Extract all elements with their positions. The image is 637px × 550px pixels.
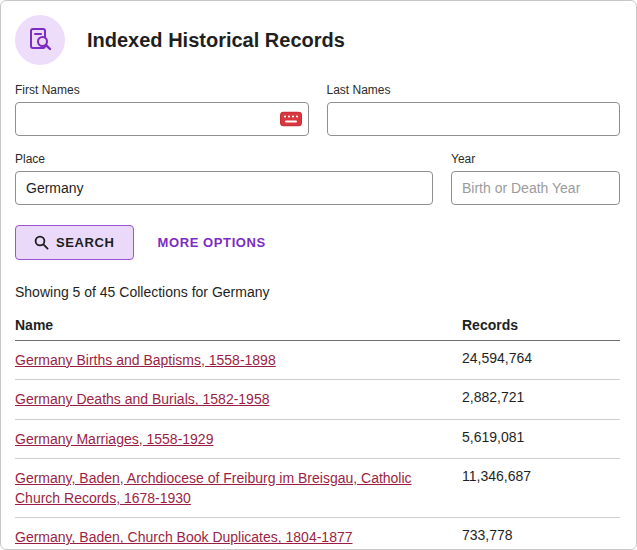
collections-table: Name Records Germany Births and Baptisms… <box>15 310 620 550</box>
records-count: 2,882,721 <box>462 380 620 419</box>
first-names-input[interactable] <box>15 102 309 136</box>
last-names-label: Last Names <box>327 83 621 97</box>
search-icon <box>34 235 49 250</box>
results-summary: Showing 5 of 45 Collections for Germany <box>15 284 620 300</box>
virtual-keyboard-button[interactable] <box>280 112 302 127</box>
year-input[interactable] <box>451 171 620 205</box>
year-label: Year <box>451 152 620 166</box>
first-names-label: First Names <box>15 83 309 97</box>
collection-link[interactable]: Germany, Baden, Archdiocese of Freiburg … <box>15 470 412 506</box>
form-actions: SEARCH MORE OPTIONS <box>15 225 620 260</box>
year-field: Year <box>451 152 620 205</box>
collection-link[interactable]: Germany Deaths and Burials, 1582-1958 <box>15 391 269 407</box>
more-options-link[interactable]: MORE OPTIONS <box>158 235 266 250</box>
panel-header: Indexed Historical Records <box>15 15 620 65</box>
table-row: Germany Deaths and Burials, 1582-1958 2,… <box>15 380 620 419</box>
records-count: 733,778 <box>462 518 620 550</box>
column-header-records: Records <box>462 310 620 341</box>
virtual-keyboard-icon <box>280 112 302 127</box>
records-count: 11,346,687 <box>462 458 620 518</box>
table-row: Germany, Baden, Church Book Duplicates, … <box>15 518 620 550</box>
collection-link[interactable]: Germany Births and Baptisms, 1558-1898 <box>15 352 276 368</box>
table-row: Germany, Baden, Archdiocese of Freiburg … <box>15 458 620 518</box>
search-form: First Names <box>15 83 620 205</box>
place-input[interactable] <box>15 171 433 205</box>
records-count: 24,594,764 <box>462 341 620 380</box>
table-row: Germany Marriages, 1558-1929 5,619,081 <box>15 419 620 458</box>
table-row: Germany Births and Baptisms, 1558-1898 2… <box>15 341 620 380</box>
first-names-field: First Names <box>15 83 309 136</box>
document-magnifier-icon <box>26 26 54 54</box>
records-search-icon <box>15 15 65 65</box>
search-button[interactable]: SEARCH <box>15 225 134 260</box>
last-names-input[interactable] <box>327 102 621 136</box>
collection-link[interactable]: Germany Marriages, 1558-1929 <box>15 431 213 447</box>
records-count: 5,619,081 <box>462 419 620 458</box>
indexed-records-panel: Indexed Historical Records First Names <box>0 0 637 550</box>
place-field: Place <box>15 152 433 205</box>
place-label: Place <box>15 152 433 166</box>
last-names-field: Last Names <box>327 83 621 136</box>
table-header-row: Name Records <box>15 310 620 341</box>
collection-link[interactable]: Germany, Baden, Church Book Duplicates, … <box>15 529 353 545</box>
search-button-label: SEARCH <box>56 235 115 250</box>
page-title: Indexed Historical Records <box>87 29 345 52</box>
column-header-name: Name <box>15 310 462 341</box>
